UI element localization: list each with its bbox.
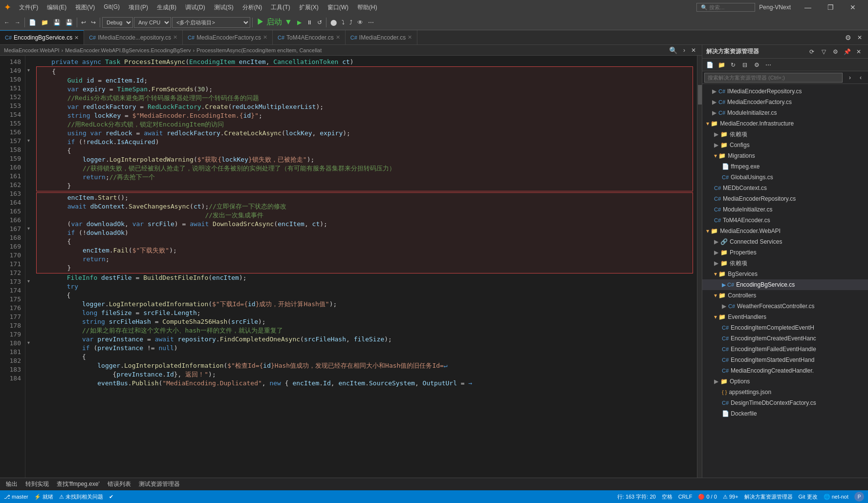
status-branch[interactable]: ⎇ master [4,494,28,500]
tree-item-medbcontext[interactable]: C# MEDbContext.cs [702,183,868,193]
goto-tab[interactable]: 转到实现 [23,479,51,490]
tree-item-moduleinitializer[interactable]: ▶ C# ModuleInitializer.cs [702,107,868,118]
menu-test[interactable]: 测试(S) [210,2,238,13]
tree-item-mediaencoderfactory[interactable]: ▶ C# MediaEncoderFactory.cs [702,97,868,107]
status-crlf[interactable]: CRLF [678,494,693,500]
save-all-btn[interactable]: 💾 [64,17,75,28]
close-button[interactable]: ✕ [842,0,864,15]
new-project-btn[interactable]: 📄 [27,17,38,28]
more-btn[interactable]: ⋯ [366,17,376,28]
tree-item-failed[interactable]: C# EncodingItemFailedEventHandle [702,344,868,355]
tree-item-eventhandlers[interactable]: ▾ 📁 EventHandlers [702,312,868,322]
menu-window[interactable]: 窗口(W) [324,2,352,13]
se-collapse-btn[interactable]: ⊟ [739,60,750,70]
tree-item-mediaencoderrepo[interactable]: C# MediaEncoderRepository.cs [702,193,868,204]
undo-btn[interactable]: ↩ [79,17,88,28]
platform-select[interactable]: Any CPU [134,17,171,28]
tree-item-ffmpeg[interactable]: 📄 ffmpeg.exe [702,161,868,172]
se-close-btn[interactable]: ✕ [853,47,864,57]
tree-item-created[interactable]: C# EncodingItemCreatedEventHanc [702,333,868,344]
tree-item-configs[interactable]: ▶ 📁 Configs [702,140,868,150]
debug-config-select[interactable]: Debug [102,17,133,28]
breadcrumb-close[interactable]: ✕ [689,44,698,56]
tab-encodingbgservice[interactable]: C# EncodingBgService.cs ✕ [0,30,84,45]
tree-item-properties[interactable]: ▶ 📁 Properties [702,247,868,258]
status-solution-explorer[interactable]: 解决方案资源管理器 [744,493,793,501]
menu-git[interactable]: Git(G) [100,2,124,13]
menu-file[interactable]: 文件(F) [15,2,42,13]
refresh-btn[interactable]: ↺ [315,17,324,28]
tree-item-appsettings[interactable]: { } appsettings.json [702,387,868,398]
se-settings-btn[interactable]: ⚙ [830,47,841,57]
tree-item-deps2[interactable]: ▶ 📁 依赖项 [702,258,868,269]
breadcrumb-more[interactable]: › [681,44,687,56]
tab-mediaencoderfactory[interactable]: C# MediaEncoderFactory.cs ✕ [183,30,273,45]
se-pin-btn[interactable]: 📌 [842,47,852,57]
se-props-btn[interactable]: ⚙ [751,60,762,70]
tree-item-infrastructure[interactable]: ▾ 📁 MediaEncoder.Infrastructure [702,118,868,129]
breadcrumb-namespace[interactable]: MediaEncoder.WebAPI.BgServices.EncodingB… [65,47,191,53]
titlebar-search[interactable] [696,3,755,12]
menu-view[interactable]: 视图(V) [71,2,99,13]
tab-close-icon4[interactable]: ✕ [336,34,340,41]
tree-item-weatherforecast[interactable]: ▶ C# WeatherForecastController.cs [702,301,868,312]
tree-item-bgservices[interactable]: ▾ 📁 BgServices [702,269,868,279]
status-avatar[interactable]: P [854,492,864,502]
tree-item-completed[interactable]: C# EncodingItemCompletedEventH [702,322,868,333]
menu-project[interactable]: 项目(P) [125,2,152,13]
status-line-col[interactable]: 行: 163 字符: 20 [617,493,656,501]
minimize-button[interactable]: — [797,0,819,15]
tree-item-options[interactable]: ▶ 📁 Options [702,376,868,387]
menu-build[interactable]: 生成(B) [153,2,180,13]
tab-tom4aencoder[interactable]: C# ToM4AEncoder.cs ✕ [273,30,346,45]
tab-close-icon3[interactable]: ✕ [263,34,267,41]
tab-close-icon5[interactable]: ✕ [408,34,412,41]
user-profile[interactable]: Peng-VNext [759,4,791,11]
tree-item-migrations[interactable]: ▾ 📁 Migrations [702,150,868,161]
tree-item-webapi[interactable]: ▾ 📁 MediaEncoder.WebAPI [702,226,868,236]
breadcrumb-project[interactable]: MediaEncoder.WebAPI [4,47,60,53]
status-problems[interactable]: ⚠ 未找到相关问题 [59,493,103,501]
collapse-arrow-167[interactable]: ▾ [25,226,31,231]
find-tab[interactable]: 查找'ffmpeg.exe' [55,479,102,490]
tree-item-dockerfile[interactable]: 📄 Dockerfile [702,408,868,419]
menu-analyze[interactable]: 分析(N) [239,2,266,13]
watch-btn[interactable]: 👁 [355,17,365,28]
pause-btn[interactable]: ⏸ [304,17,314,28]
tree-item-tom4a[interactable]: C# ToM4AEncoder.cs [702,215,868,226]
se-refresh-btn[interactable]: ↻ [728,60,738,70]
menu-help[interactable]: 帮助(H) [353,2,381,13]
tree-item-moduleinit2[interactable]: C# ModuleInitializer.cs [702,204,868,215]
step2-btn[interactable]: ⤴ [347,17,354,28]
back-button[interactable]: ← [2,17,12,28]
status-check[interactable]: ✔ [109,494,113,500]
tree-item-mediaencoding[interactable]: C# MediaEncodingCreatedHandler. [702,365,868,376]
se-more-btn[interactable]: ⋯ [763,60,774,70]
start-button[interactable]: ▶ 启动 ▼ [255,17,294,28]
redo-btn[interactable]: ↪ [89,17,98,28]
status-spaces[interactable]: 空格 [662,493,673,501]
se-new-file-btn[interactable]: 📄 [704,60,715,70]
tree-item-deps1[interactable]: ▶ 📁 依赖项 [702,129,868,140]
status-git-changes[interactable]: Git 更改 [799,493,818,501]
tree-item-imediaencoderrepo[interactable]: ▶ C# IMediaEncoderRepository.cs [702,86,868,97]
status-errors-count[interactable]: 🔴 0 / 0 [698,494,716,500]
tree-item-globalusings[interactable]: C# GlobalUsings.cs [702,172,868,183]
menu-tools[interactable]: 工具(T) [267,2,294,13]
se-sync-btn[interactable]: ⟳ [806,47,817,57]
test-resources-tab[interactable]: 测试资源管理器 [137,479,182,490]
search-btn-small[interactable]: 🔍 [667,44,679,56]
tab-imediaencoderepository[interactable]: C# IMediaEncode...epository.cs ✕ [84,30,183,45]
open-btn[interactable]: 📁 [39,17,50,28]
output-tab[interactable]: 输出 [4,479,20,490]
tree-item-connected-services[interactable]: ▶ 🔗 Connected Services [702,236,868,247]
se-search-go2-btn[interactable]: ‹ [855,73,866,83]
se-search-go-btn[interactable]: › [845,73,855,83]
play2-btn[interactable]: ▶ [295,17,304,28]
forward-button[interactable]: → [13,17,22,28]
step-btn[interactable]: ⤵ [340,17,347,28]
vertical-scrollbar[interactable] [697,56,702,478]
collapse-arrow-180[interactable]: ▾ [25,340,31,345]
se-filter-btn[interactable]: ▽ [818,47,829,57]
tab-close-all-btn[interactable]: ✕ [855,32,864,43]
